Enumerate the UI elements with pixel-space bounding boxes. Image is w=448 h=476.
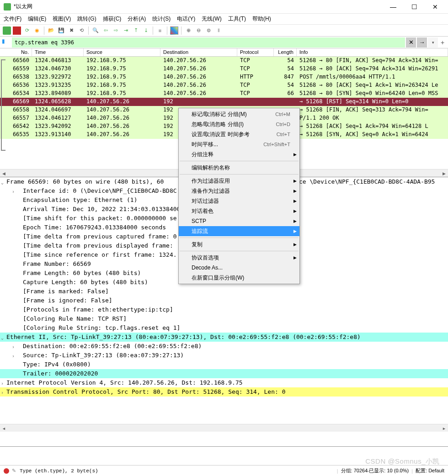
start-capture-icon[interactable] [3, 26, 11, 35]
scroll-left-icon[interactable]: ◀ [0, 169, 8, 177]
zoom-in-icon[interactable]: ⊕ [184, 26, 192, 35]
stop-capture-icon[interactable] [13, 26, 21, 35]
close-button[interactable]: ✕ [429, 3, 442, 11]
menu-analyze[interactable]: 分析(A) [128, 15, 146, 23]
ctx-edit-resolved-name[interactable]: 编辑解析的名称 [179, 163, 299, 173]
expand-icon[interactable]: › [12, 187, 15, 196]
detail-line[interactable]: [Frame is marked: False] [0, 287, 448, 296]
goto-packet-icon[interactable]: ⇥ [122, 26, 130, 35]
zoom-reset-icon[interactable]: ⊜ [204, 26, 213, 35]
detail-line[interactable]: [Coloring Rule Name: TCP RST] [0, 314, 448, 323]
ctx-colorize-conversation[interactable]: 对话着色▶ [179, 206, 299, 216]
maximize-button[interactable]: ☐ [408, 3, 421, 11]
open-file-icon[interactable]: 📂 [47, 26, 55, 35]
capture-options-icon[interactable]: ◉ [33, 26, 41, 35]
ctx-prepare-as-filter[interactable]: 准备作为过滤器▶ [179, 186, 299, 196]
detail-line[interactable]: [Protocols in frame: eth:ethertype:ip:tc… [0, 305, 448, 314]
ctx-protocol-preferences[interactable]: 协议首选项▶ [179, 253, 299, 263]
ctx-follow-stream[interactable]: 追踪流▶ [179, 226, 299, 236]
apply-filter-button[interactable]: → [417, 37, 427, 48]
scroll-right-icon[interactable]: ▶ [440, 424, 448, 432]
ctx-time-shift[interactable]: 时间平移...Ctrl+Shift+T [179, 139, 299, 149]
close-file-icon[interactable]: ✖ [67, 26, 75, 35]
ctx-show-in-new-window[interactable]: 在新窗口显示分组(W) [179, 273, 299, 283]
detail-line[interactable]: [Coloring Rule String: tcp.flags.reset e… [0, 323, 448, 333]
find-icon[interactable]: 🔍 [91, 26, 100, 35]
separator [181, 26, 181, 35]
go-back-icon[interactable]: ⇦ [101, 26, 110, 35]
scrollbar-horizontal[interactable]: ◀ ▶ [0, 424, 448, 432]
ip-node[interactable]: ›Internet Protocol Version 4, Src: 140.2… [0, 378, 448, 387]
display-filter-input[interactable] [12, 37, 405, 48]
packet-row[interactable]: 665341323.894089192.168.9.75140.207.56.2… [0, 90, 448, 98]
restart-capture-icon[interactable]: ⟳ [23, 26, 31, 35]
goto-first-icon[interactable]: ⤒ [132, 26, 140, 35]
detail-line[interactable]: Type: IPv4 (0x0800) [0, 360, 448, 369]
packet-row[interactable]: 665601324.046813192.168.9.75140.207.56.2… [0, 57, 448, 65]
scroll-left-icon[interactable]: ◀ [0, 424, 8, 432]
ctx-decode-as[interactable]: Decode As... [179, 263, 299, 273]
menu-view[interactable]: 视图(V) [53, 15, 71, 23]
conversation-bracket-icon [1, 59, 6, 151]
ethernet-node[interactable]: ⌄Ethernet II, Src: Tp-LinkT_39:27:13 (80… [0, 333, 448, 342]
column-no[interactable]: No. [0, 48, 32, 56]
menu-telephony[interactable]: 电话(Y) [177, 15, 195, 23]
add-filter-button[interactable]: + [439, 39, 446, 46]
reload-icon[interactable]: ⟲ [77, 26, 85, 35]
ctx-ignore-packet[interactable]: 忽略/取消忽略 分组(I)Ctrl+D [179, 119, 299, 129]
ctx-sctp[interactable]: SCTP▶ [179, 216, 299, 226]
ctx-packet-comment[interactable]: 分组注释▶ [179, 149, 299, 159]
collapse-icon[interactable]: ⌄ [1, 178, 4, 187]
colorize-icon[interactable] [170, 26, 178, 35]
ctx-mark-packet[interactable]: 标记/取消标记 分组(M)Ctrl+M [179, 109, 299, 119]
expand-icon[interactable]: › [12, 343, 15, 352]
clear-filter-button[interactable]: ✕ [406, 37, 416, 48]
tcp-node[interactable]: ›Transmission Control Protocol, Src Port… [0, 387, 448, 397]
packet-row[interactable]: 665381323.922972192.168.9.75140.207.56.2… [0, 73, 448, 81]
zoom-out-icon[interactable]: ⊖ [194, 26, 203, 35]
detail-line[interactable]: Trailer: 000020202020 [0, 369, 448, 378]
edit-icon[interactable]: ✎ [12, 468, 16, 474]
menu-capture[interactable]: 捕获(C) [103, 15, 122, 23]
expand-icon[interactable]: › [1, 379, 4, 388]
menu-go[interactable]: 跳转(G) [77, 15, 96, 23]
ctx-apply-as-filter[interactable]: 作为过滤器应用▶ [179, 176, 299, 186]
menu-file[interactable]: 文件(F) [4, 15, 21, 23]
save-file-icon[interactable]: 💾 [57, 26, 65, 35]
column-info[interactable]: Info [297, 48, 448, 56]
packet-row[interactable]: 665691324.065628140.207.56.26192→ 51268 … [0, 98, 448, 106]
minimize-button[interactable]: — [387, 3, 400, 11]
ctx-time-reference[interactable]: 设置/取消设置 时间参考Ctrl+T [179, 129, 299, 139]
ctx-conversation-filter[interactable]: 对话过滤器▶ [179, 196, 299, 206]
column-time[interactable]: Time [32, 48, 84, 56]
expand-icon[interactable]: › [12, 352, 15, 361]
detail-line[interactable]: ›Destination: 00:e2:69:55:f2:e8 (00:e2:6… [0, 342, 448, 351]
menu-wireless[interactable]: 无线(W) [202, 15, 221, 23]
menu-edit[interactable]: 编辑(E) [28, 15, 46, 23]
expand-icon[interactable]: › [1, 388, 4, 397]
column-protocol[interactable]: Protocol [237, 48, 274, 56]
status-profile[interactable]: 配置: Default [416, 467, 444, 474]
goto-last-icon[interactable]: ⤓ [142, 26, 150, 35]
statusbar: ✎ Type (eth.type), 2 byte(s) | 分组: 70264… [0, 465, 448, 476]
column-length[interactable]: Length [274, 48, 297, 56]
resize-columns-icon[interactable]: ⫴ [214, 26, 223, 35]
bookmark-filter-icon[interactable]: ▮ [2, 38, 11, 47]
scroll-right-icon[interactable]: ▶ [440, 169, 448, 177]
go-forward-icon[interactable]: ⇨ [112, 26, 120, 35]
column-destination[interactable]: Destination [160, 48, 237, 56]
packet-row[interactable]: 665361323.913235192.168.9.75140.207.56.2… [0, 81, 448, 90]
expert-info-icon[interactable] [4, 468, 9, 474]
menu-statistics[interactable]: 统计(S) [152, 15, 171, 23]
detail-line[interactable]: ›Source: Tp-LinkT_39:27:13 (80:ea:07:39:… [0, 351, 448, 360]
menu-help[interactable]: 帮助(H) [252, 15, 271, 23]
autoscroll-icon[interactable]: ≡ [156, 26, 164, 35]
ctx-copy[interactable]: 复制▶ [179, 239, 299, 249]
detail-line[interactable]: [Frame is ignored: False] [0, 296, 448, 305]
packet-row[interactable]: 665591324.046730192.168.9.75140.207.56.2… [0, 65, 448, 73]
status-left: Type (eth.type), 2 byte(s) [20, 468, 98, 474]
filter-history-button[interactable]: ▾ [428, 37, 438, 48]
menu-tools[interactable]: 工具(T) [228, 15, 246, 23]
collapse-icon[interactable]: ⌄ [1, 333, 4, 343]
column-source[interactable]: Source [84, 48, 160, 56]
